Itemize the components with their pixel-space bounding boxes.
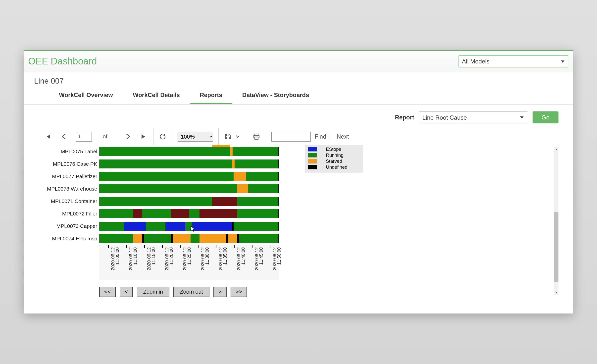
zoom-last-button[interactable]: >> bbox=[231, 287, 247, 297]
legend-item: Undefined bbox=[307, 164, 360, 170]
zoom-next-button[interactable]: > bbox=[213, 287, 227, 297]
gantt-segment bbox=[142, 209, 171, 218]
axis-tick bbox=[108, 245, 109, 248]
zoom-first-button[interactable]: << bbox=[99, 287, 116, 297]
find-input[interactable] bbox=[271, 132, 311, 142]
axis-tick bbox=[144, 245, 145, 248]
axis-tick-label: 2020-06-12 11:10:00 bbox=[129, 247, 138, 280]
tab-dataview-storyboards[interactable]: DataView - Storyboards bbox=[232, 88, 319, 104]
gantt-row-bar bbox=[99, 159, 279, 168]
first-page-icon bbox=[45, 134, 51, 140]
model-select[interactable]: All Models bbox=[458, 55, 569, 67]
find-next-button[interactable]: Next bbox=[337, 133, 349, 140]
gantt-row-bar bbox=[99, 197, 279, 206]
find-separator: | bbox=[329, 133, 331, 140]
zoom-prev-button[interactable]: < bbox=[120, 287, 133, 297]
find-button[interactable]: Find bbox=[315, 133, 326, 140]
tab-reports[interactable]: Reports bbox=[190, 88, 232, 104]
go-button[interactable]: Go bbox=[533, 111, 558, 123]
print-icon bbox=[253, 133, 260, 140]
gantt-row: MPL0072 Filler bbox=[39, 208, 287, 220]
print-button[interactable] bbox=[253, 133, 260, 140]
tab-workcell-overview[interactable]: WorkCell Overview bbox=[49, 88, 123, 104]
legend-item: EStops bbox=[307, 146, 360, 152]
zoom-select[interactable]: 100% bbox=[178, 132, 213, 142]
report-body: MPL0075 LabelMPL0076 Case PKMPL0077 Pall… bbox=[39, 145, 558, 297]
legend-item: Running bbox=[307, 152, 360, 158]
report-select-wrap: Line Root Cause bbox=[419, 111, 528, 123]
tab-workcell-details[interactable]: WorkCell Details bbox=[123, 88, 190, 104]
page-title: OEE Dashboard bbox=[28, 56, 97, 67]
refresh-icon bbox=[159, 133, 166, 140]
axis-tick-label: 2020-06-12 11:15:00 bbox=[147, 247, 156, 280]
refresh-group bbox=[153, 128, 172, 145]
legend-swatch bbox=[308, 147, 317, 152]
save-button[interactable] bbox=[224, 133, 232, 140]
gantt-segment bbox=[99, 209, 133, 218]
gantt-segment bbox=[232, 159, 235, 168]
next-page-button[interactable] bbox=[124, 133, 132, 140]
gantt-rows: MPL0075 LabelMPL0076 Case PKMPL0077 Pall… bbox=[39, 145, 287, 245]
gantt-segment bbox=[199, 209, 237, 218]
gantt-segment bbox=[237, 184, 248, 193]
report-select[interactable]: Line Root Cause bbox=[419, 111, 528, 123]
tabs: WorkCell OverviewWorkCell DetailsReports… bbox=[49, 88, 319, 104]
gantt-row-bar bbox=[99, 222, 279, 231]
gantt-row: MPL0075 Label bbox=[39, 145, 287, 158]
chevron-right-icon bbox=[126, 134, 130, 140]
axis-tick bbox=[270, 245, 270, 248]
first-page-button[interactable] bbox=[44, 133, 51, 140]
gantt-segment bbox=[133, 209, 142, 218]
axis-tick-label: 2020-06-12 11:45:00 bbox=[254, 247, 263, 280]
scrollbar-thumb[interactable] bbox=[554, 212, 558, 282]
legend-swatch bbox=[308, 153, 317, 157]
legend-label: EStops bbox=[326, 146, 341, 152]
zoom-out-button[interactable]: Zoom out bbox=[173, 287, 209, 297]
axis-tick bbox=[162, 245, 163, 248]
legend-label: Starved bbox=[326, 158, 342, 164]
legend-item: Starved bbox=[307, 158, 360, 164]
gantt-segment bbox=[99, 222, 124, 231]
legend-swatch bbox=[308, 165, 317, 169]
save-menu-button[interactable] bbox=[234, 133, 242, 140]
gantt-row-label: MPL0076 Case PK bbox=[39, 161, 99, 167]
refresh-button[interactable] bbox=[159, 133, 166, 140]
axis-tick-label: 2020-06-12 11:40:00 bbox=[237, 247, 246, 280]
zoom-group: 100% bbox=[172, 128, 219, 145]
axis-tick-label: 2020-06-12 11:20:00 bbox=[165, 247, 174, 280]
scrollbar-down-button[interactable] bbox=[554, 290, 558, 295]
gantt-segment bbox=[212, 197, 237, 206]
zoom-in-button[interactable]: Zoom in bbox=[137, 287, 169, 297]
gantt-segment bbox=[99, 197, 212, 206]
prev-page-button[interactable] bbox=[60, 133, 67, 140]
gantt-segment bbox=[124, 222, 146, 231]
axis-tick bbox=[252, 245, 252, 248]
gantt-row: MPL0073 Capper bbox=[39, 220, 287, 232]
gantt-segment bbox=[246, 172, 278, 181]
axis-tick-label: 2020-06-12 11:30:00 bbox=[200, 247, 209, 280]
gantt-segment bbox=[230, 147, 233, 156]
gantt-segment bbox=[237, 234, 239, 243]
gantt-segment bbox=[99, 147, 230, 156]
gantt-row: MPL0074 Elec Insp bbox=[39, 232, 287, 245]
page-input[interactable] bbox=[76, 132, 92, 142]
gantt-row: MPL0077 Palletizer bbox=[39, 170, 287, 183]
scrollbar-up-button[interactable] bbox=[554, 147, 558, 151]
gantt-row-bar bbox=[99, 234, 279, 243]
gantt-segment bbox=[173, 234, 191, 243]
line-subtitle: Line 007 bbox=[24, 72, 573, 86]
gantt-row-label: MPL0072 Filler bbox=[39, 211, 99, 217]
report-label: Report bbox=[395, 114, 414, 121]
gantt-xaxis: 2020-06-12 11:05:002020-06-12 11:10:0020… bbox=[99, 245, 279, 280]
legend-label: Running bbox=[326, 152, 344, 158]
gantt-segment bbox=[144, 234, 171, 243]
legend: EStopsRunningStarvedUndefined bbox=[305, 145, 362, 172]
report-toolbar: of 1 100% bbox=[39, 128, 558, 145]
last-page-button[interactable] bbox=[140, 133, 148, 140]
axis-tick bbox=[126, 245, 127, 248]
chevron-left-icon bbox=[61, 134, 66, 140]
gantt-segment bbox=[237, 197, 278, 206]
vertical-scrollbar[interactable] bbox=[554, 147, 558, 295]
model-select-wrap: All Models bbox=[458, 55, 569, 67]
gantt-segment bbox=[146, 222, 165, 231]
